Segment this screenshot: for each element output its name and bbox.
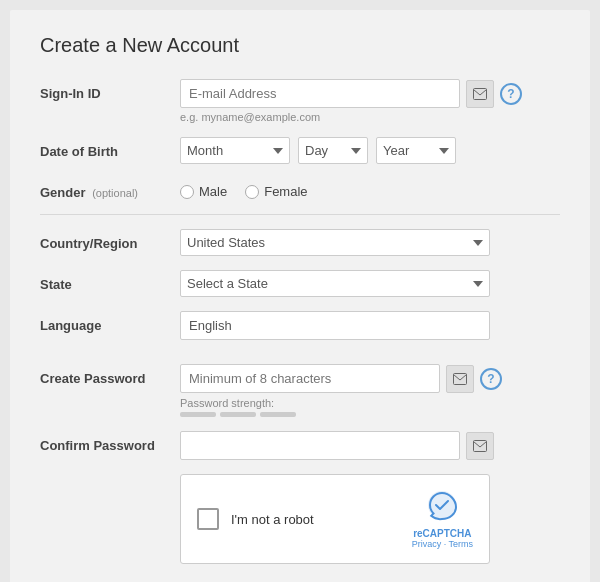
confirm-input-group (180, 431, 560, 460)
password-help-icon[interactable]: ? (480, 368, 502, 390)
gender-control: Male Female (180, 178, 560, 199)
gender-row: Gender (optional) Male Female (40, 178, 560, 200)
recaptcha-links[interactable]: Privacy · Terms (412, 539, 473, 549)
gender-optional: (optional) (92, 187, 138, 199)
female-label: Female (264, 184, 307, 199)
strength-bar-3 (260, 412, 296, 417)
captcha-left: I'm not a robot (197, 508, 314, 530)
recaptcha-brand: reCAPTCHA (413, 529, 471, 539)
sign-in-help-icon[interactable]: ? (500, 83, 522, 105)
confirm-icon-btn[interactable] (466, 432, 494, 460)
gender-female-option[interactable]: Female (245, 184, 307, 199)
country-label: Country/Region (40, 229, 180, 251)
sign-in-id-row: Sign-In ID ? e.g. myname@example.com (40, 79, 560, 123)
day-select[interactable]: Day (298, 137, 368, 164)
state-row: State Select a State (40, 270, 560, 297)
state-control: Select a State (180, 270, 560, 297)
country-control: United States (180, 229, 560, 256)
sign-in-id-label: Sign-In ID (40, 79, 180, 101)
confirm-password-label: Confirm Password (40, 431, 180, 453)
page-container: Create a New Account Sign-In ID ? e.g. m… (10, 10, 590, 582)
divider-1 (40, 214, 560, 215)
dob-selects: Month JanuaryFebruaryMarch AprilMayJune … (180, 137, 560, 164)
month-select[interactable]: Month JanuaryFebruaryMarch AprilMayJune … (180, 137, 290, 164)
confirm-password-control (180, 431, 560, 460)
confirm-password-input[interactable] (180, 431, 460, 460)
email-hint: e.g. myname@example.com (180, 111, 560, 123)
language-label: Language (40, 311, 180, 333)
sign-in-id-control: ? e.g. myname@example.com (180, 79, 560, 123)
captcha-right: reCAPTCHA Privacy · Terms (412, 489, 473, 549)
year-select[interactable]: Year (376, 137, 456, 164)
language-control (180, 311, 560, 340)
email-input-group: ? (180, 79, 560, 108)
email-icon-btn[interactable] (466, 80, 494, 108)
male-label: Male (199, 184, 227, 199)
create-password-label: Create Password (40, 364, 180, 386)
captcha-box: I'm not a robot reCAPTCHA Privacy · Term… (180, 474, 490, 564)
strength-bars (180, 412, 560, 417)
country-row: Country/Region United States (40, 229, 560, 256)
create-password-control: ? Password strength: (180, 364, 560, 417)
dob-label: Date of Birth (40, 137, 180, 159)
language-row: Language (40, 311, 560, 340)
gender-label: Gender (optional) (40, 178, 180, 200)
language-input[interactable] (180, 311, 490, 340)
email-input[interactable] (180, 79, 460, 108)
create-password-row: Create Password ? Password strength: (40, 364, 560, 417)
password-icon-btn[interactable] (446, 365, 474, 393)
svg-rect-0 (474, 88, 487, 99)
recaptcha-icon (426, 489, 458, 527)
state-select[interactable]: Select a State (180, 270, 490, 297)
strength-bar-2 (220, 412, 256, 417)
strength-label: Password strength: (180, 397, 560, 409)
spacer-1 (40, 354, 560, 364)
captcha-checkbox[interactable] (197, 508, 219, 530)
gender-male-option[interactable]: Male (180, 184, 227, 199)
captcha-label: I'm not a robot (231, 512, 314, 527)
svg-rect-1 (454, 373, 467, 384)
svg-rect-2 (474, 440, 487, 451)
dob-control: Month JanuaryFebruaryMarch AprilMayJune … (180, 137, 560, 164)
confirm-password-row: Confirm Password (40, 431, 560, 460)
dob-row: Date of Birth Month JanuaryFebruaryMarch… (40, 137, 560, 164)
page-title: Create a New Account (40, 34, 560, 57)
strength-bar-1 (180, 412, 216, 417)
state-label: State (40, 270, 180, 292)
country-select[interactable]: United States (180, 229, 490, 256)
gender-options: Male Female (180, 178, 560, 199)
male-radio[interactable] (180, 185, 194, 199)
password-input-group: ? (180, 364, 560, 393)
password-input[interactable] (180, 364, 440, 393)
female-radio[interactable] (245, 185, 259, 199)
